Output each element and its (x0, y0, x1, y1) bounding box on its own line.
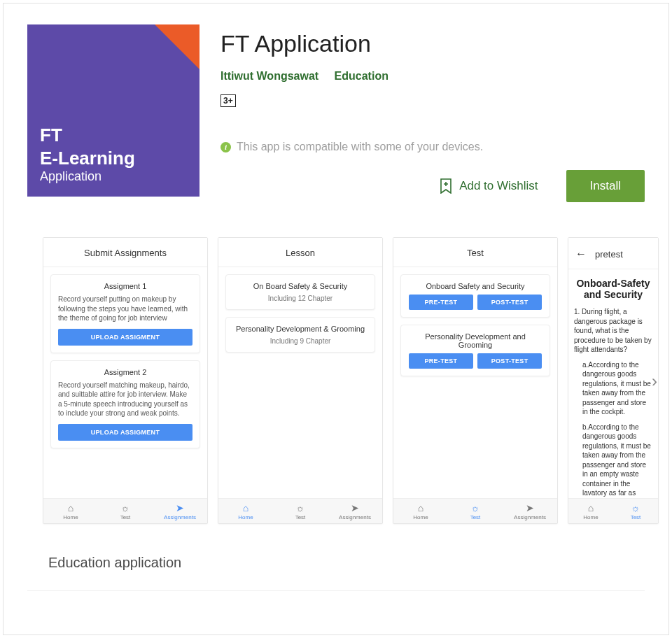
send-icon: ➤ (328, 502, 382, 513)
home-icon: ⌂ (568, 502, 613, 513)
assignment-title: Assigment 1 (58, 282, 192, 290)
lesson-sub: Including 12 Chapter (233, 295, 368, 302)
question-text: 1. During flight, a dangerous package is… (571, 307, 655, 355)
posttest-button[interactable]: POST-TEST (477, 295, 542, 310)
nav-assignments[interactable]: ➤Assignments (328, 499, 382, 523)
pretest-button[interactable]: PRE-TEST (409, 295, 473, 310)
category-link[interactable]: Education (335, 70, 388, 82)
test-title: Onboard Safety and Security (408, 282, 542, 290)
app-icon-line3: Application (40, 169, 135, 184)
assignment-card: Assigment 2 Record yourself matching mak… (50, 360, 200, 448)
chevron-right-icon: › (652, 371, 657, 391)
nav-home[interactable]: ⌂Home (43, 499, 98, 523)
assignment-card: Assigment 1 Record yourself putting on m… (50, 274, 200, 353)
app-icon-text: FT E-Learning Application (40, 125, 135, 184)
home-icon: ⌂ (393, 502, 448, 513)
pretest-title: Onboard-Safety and Security (574, 278, 652, 300)
bulb-icon: ☼ (98, 502, 153, 513)
pretest-button[interactable]: PRE-TEST (409, 353, 473, 369)
carousel-next-button[interactable]: › (645, 371, 664, 391)
send-icon: ➤ (503, 502, 557, 513)
nav-test[interactable]: ☼Test (613, 499, 658, 523)
nav-home[interactable]: ⌂Home (393, 499, 448, 523)
bulb-icon: ☼ (448, 502, 503, 513)
content-rating-badge: 3+ (220, 94, 236, 107)
divider (27, 590, 645, 591)
screenshot-header: Test (393, 238, 557, 267)
bookmark-plus-icon (440, 178, 452, 194)
bulb-icon: ☼ (273, 502, 328, 513)
screenshot-1[interactable]: Submit Assignments Assigment 1 Record yo… (43, 237, 208, 524)
nav-test[interactable]: ☼Test (448, 499, 503, 523)
pretest-label: pretest (595, 249, 623, 260)
screenshot-2[interactable]: Lesson On Board Safety & Security Includ… (218, 237, 383, 524)
home-icon: ⌂ (43, 502, 98, 513)
posttest-button[interactable]: POST-TEST (477, 353, 542, 369)
install-button[interactable]: Install (566, 170, 645, 202)
test-card: Onboard Safety and Security PRE-TEST POS… (400, 274, 550, 318)
assignment-desc: Record yourself matching makeup, hairdo,… (58, 381, 192, 418)
nav-assignments[interactable]: ➤Assignments (153, 499, 207, 523)
nav-home[interactable]: ⌂Home (218, 499, 273, 523)
app-title: FT Application (220, 30, 645, 57)
assignment-title: Assigment 2 (58, 368, 192, 376)
app-icon-line1: FT (40, 125, 135, 146)
nav-assignments[interactable]: ➤Assignments (503, 499, 557, 523)
test-title: Personality Development and Grooming (408, 332, 542, 349)
lesson-title: On Board Safety & Security (233, 282, 368, 290)
test-card: Personality Development and Grooming PRE… (400, 325, 550, 376)
home-icon: ⌂ (218, 502, 273, 513)
nav-home[interactable]: ⌂Home (568, 499, 613, 523)
screenshot-carousel[interactable]: Submit Assignments Assigment 1 Record yo… (4, 237, 668, 525)
screenshot-header: ← pretest (568, 238, 658, 269)
lesson-card[interactable]: On Board Safety & Security Including 12 … (225, 274, 375, 310)
lesson-title: Personality Development & Grooming (233, 325, 368, 333)
bulb-icon: ☼ (613, 502, 658, 513)
compat-text: This app is compatible with some of your… (237, 141, 483, 153)
answer-option[interactable]: a.According to the dangerous goods regul… (571, 360, 655, 417)
send-icon: ➤ (153, 502, 207, 513)
add-to-wishlist-button[interactable]: Add to Wishlist (440, 178, 538, 194)
lesson-card[interactable]: Personality Development & Grooming Inclu… (225, 317, 375, 353)
nav-test[interactable]: ☼Test (273, 499, 328, 523)
app-description: Education application (48, 555, 668, 571)
app-icon-triangle (155, 24, 200, 69)
screenshot-3[interactable]: Test Onboard Safety and Security PRE-TES… (393, 237, 558, 524)
assignment-desc: Record yourself putting on makeup by fol… (58, 295, 192, 323)
back-arrow-icon[interactable]: ← (575, 248, 587, 260)
app-icon[interactable]: FT E-Learning Application (27, 24, 200, 197)
info-icon: i (220, 142, 231, 153)
app-icon-line2: E-Learning (40, 148, 135, 169)
nav-test[interactable]: ☼Test (98, 499, 153, 523)
upload-assignment-button[interactable]: UPLOAD ASSIGMENT (58, 424, 192, 441)
screenshot-header: Submit Assignments (43, 238, 207, 267)
answer-option[interactable]: b.According to the dangerous goods regul… (571, 423, 655, 499)
wishlist-label: Add to Wishlist (459, 179, 538, 193)
screenshot-header: Lesson (218, 238, 382, 267)
developer-link[interactable]: Ittiwut Wongsawat (220, 70, 318, 82)
lesson-sub: Including 9 Chapter (233, 337, 368, 345)
upload-assignment-button[interactable]: UPLOAD ASSIGMENT (58, 329, 192, 346)
